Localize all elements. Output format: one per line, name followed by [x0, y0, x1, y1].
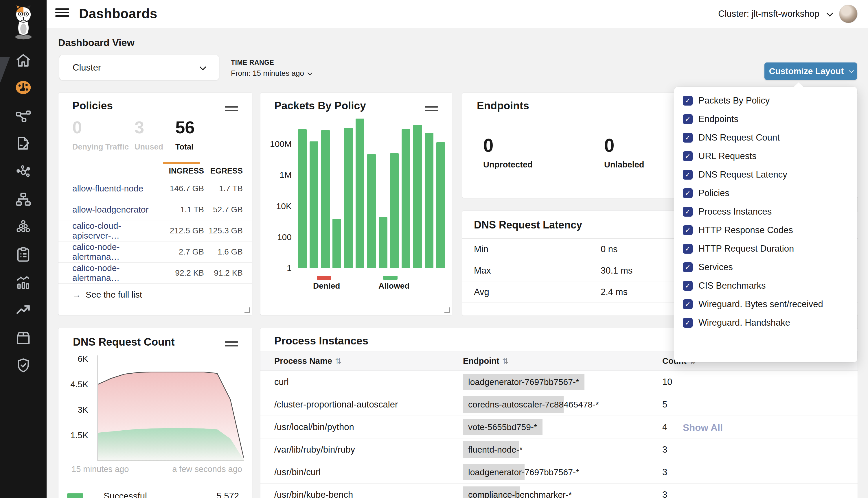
- process-endpoint: loadgenerator-7697bb7567-*: [463, 377, 662, 387]
- layout-menu-item[interactable]: ✓Process Instances: [674, 202, 857, 221]
- column-header-process-name[interactable]: Process Name⇅: [274, 356, 463, 366]
- layout-menu-item[interactable]: ✓Services: [674, 258, 857, 276]
- checkbox-checked-icon[interactable]: ✓: [683, 188, 693, 198]
- legend-swatch-allowed[interactable]: [383, 276, 398, 280]
- y-tick-label: 1.5K: [59, 430, 88, 441]
- latency-value: 0 ns: [601, 244, 618, 254]
- resize-handle[interactable]: [245, 307, 250, 313]
- checkbox-checked-icon[interactable]: ✓: [683, 281, 693, 291]
- checkbox-checked-icon[interactable]: ✓: [683, 299, 693, 309]
- legend-swatch-denied[interactable]: [317, 276, 331, 280]
- layout-menu-item[interactable]: ✓DNS Request Count: [674, 128, 857, 147]
- checkbox-checked-icon[interactable]: ✓: [683, 170, 693, 180]
- user-avatar[interactable]: [839, 5, 858, 23]
- sidebar-item-threat-graph[interactable]: [15, 163, 32, 180]
- checkbox-checked-icon[interactable]: ✓: [683, 244, 693, 254]
- sidebar-item-dashboards[interactable]: [15, 79, 32, 96]
- sidebar-item-service-graph[interactable]: [15, 107, 32, 124]
- sidebar-item-trends[interactable]: [15, 301, 32, 318]
- layout-menu-item[interactable]: ✓Wireguard. Handshake: [674, 314, 857, 332]
- dropdown-caret: [793, 82, 804, 87]
- policy-name-link[interactable]: calico-node-alertmana…: [72, 263, 166, 283]
- layout-menu-item[interactable]: ✓DNS Request Latency: [674, 166, 857, 184]
- checkbox-checked-icon[interactable]: ✓: [683, 262, 693, 272]
- checkbox-checked-icon[interactable]: ✓: [683, 318, 693, 328]
- sidebar-item-packages[interactable]: [15, 329, 32, 346]
- view-select[interactable]: Cluster: [59, 55, 219, 80]
- layout-menu-item[interactable]: ✓Wireguard. Bytes sent/received: [674, 295, 857, 314]
- sidebar-item-policies[interactable]: [15, 135, 32, 152]
- checkbox-checked-icon[interactable]: ✓: [683, 225, 693, 235]
- menu-icon[interactable]: [55, 9, 69, 19]
- sidebar-item-compliance[interactable]: [15, 246, 32, 263]
- time-range-value[interactable]: From: 15 minutes ago: [231, 69, 311, 78]
- see-full-list-link[interactable]: → See the full list: [59, 284, 252, 305]
- sort-icon: ⇅: [335, 357, 341, 366]
- bar-allowed: [310, 141, 318, 268]
- process-table-row: /usr/bin/kube-benchcompliance-benchmarke…: [260, 484, 858, 498]
- policies-stat-tab-denying-traffic[interactable]: 0Denying Traffic: [72, 119, 129, 152]
- layout-menu-item[interactable]: ✓CIS Benchmarks: [674, 276, 857, 295]
- process-name: /var/lib/ruby/bin/ruby: [274, 445, 463, 455]
- policy-ingress-value: 92.2 KB: [166, 268, 204, 278]
- layout-menu-item[interactable]: ✓URL Requests: [674, 147, 857, 166]
- checkbox-checked-icon[interactable]: ✓: [683, 96, 693, 106]
- y-tick-label: 100M: [263, 139, 292, 149]
- layout-menu-item-label: URL Requests: [698, 151, 756, 161]
- process-endpoint: loadgenerator-7697bb7567-*: [463, 467, 662, 477]
- layout-menu-item[interactable]: ✓Policies: [674, 184, 857, 202]
- sidebar-item-metrics[interactable]: [15, 274, 32, 291]
- policies-stat-tab-total[interactable]: 56Total: [175, 119, 195, 152]
- customize-layout-button[interactable]: Customize Layout: [764, 63, 857, 80]
- checkbox-checked-icon[interactable]: ✓: [683, 114, 693, 124]
- column-header-endpoint[interactable]: Endpoint⇅: [463, 356, 662, 366]
- resize-handle[interactable]: [444, 307, 450, 313]
- policies-stat-tab-unused[interactable]: 3Unused: [134, 119, 163, 152]
- process-count: 10: [662, 377, 858, 387]
- bar-allowed: [333, 219, 341, 268]
- process-name: curl: [274, 377, 463, 387]
- drag-handle-icon[interactable]: [425, 106, 438, 114]
- policy-egress-value: 1.6 GB: [204, 247, 243, 257]
- column-header-egress[interactable]: EGRESS: [204, 167, 243, 175]
- layout-menu-item[interactable]: ✓HTTP Request Duration: [674, 239, 857, 258]
- layout-menu-item[interactable]: ✓Endpoints: [674, 110, 857, 128]
- card-title: Policies: [72, 100, 113, 112]
- legend-row-successful[interactable]: Successful 5,572: [59, 489, 252, 498]
- show-all-link[interactable]: Show All: [683, 422, 723, 433]
- sidebar-item-security[interactable]: [15, 357, 32, 374]
- column-header-ingress[interactable]: INGRESS: [166, 167, 204, 175]
- process-table-row: /var/lib/ruby/bin/rubyfluentd-node-*3: [260, 438, 858, 461]
- chevron-down-icon[interactable]: [827, 10, 833, 17]
- drag-handle-icon[interactable]: [225, 106, 238, 114]
- checkbox-checked-icon[interactable]: ✓: [683, 133, 693, 143]
- latency-value: 2.4 ms: [601, 287, 627, 297]
- checkbox-checked-icon[interactable]: ✓: [683, 151, 693, 161]
- policy-name-link[interactable]: allow-fluentd-node: [72, 184, 166, 194]
- endpoint-highlight: loadgenerator-: [463, 464, 524, 480]
- policy-ingress-value: 2.7 GB: [166, 247, 204, 257]
- endpoint-highlight: coredns-autoscaler-7c88: [463, 396, 563, 413]
- policy-ingress-value: 146.7 GB: [166, 184, 204, 193]
- process-table-row: /usr/bin/curlloadgenerator-7697bb7567-*3: [260, 461, 858, 484]
- policy-name-link[interactable]: allow-loadgenerator: [72, 205, 166, 214]
- checkbox-checked-icon[interactable]: ✓: [683, 207, 693, 217]
- cluster-selector[interactable]: Cluster: jlt-msft-workshop: [718, 9, 819, 19]
- time-range: TIME RANGE From: 15 minutes ago: [231, 59, 311, 78]
- drag-handle-icon[interactable]: [225, 341, 238, 349]
- policy-egress-value: 91.2 KB: [204, 268, 243, 278]
- layout-menu-item[interactable]: ✓Packets By Policy: [674, 91, 857, 110]
- policy-name-link[interactable]: calico-cloud-apiserver-…: [72, 221, 166, 240]
- sidebar-item-home[interactable]: [15, 52, 32, 69]
- layout-menu-item[interactable]: ✓HTTP Response Codes: [674, 221, 857, 239]
- policy-name-link[interactable]: calico-node-alertmana…: [72, 242, 166, 262]
- legend-label-allowed[interactable]: Allowed: [378, 281, 410, 291]
- security-icon: [15, 357, 32, 374]
- sidebar-item-network[interactable]: [15, 191, 32, 208]
- bar-allowed: [402, 129, 410, 268]
- process-endpoint: fluentd-node-*: [463, 445, 662, 455]
- y-tick-label: 6K: [59, 354, 88, 364]
- legend-label-denied[interactable]: Denied: [313, 281, 340, 291]
- sidebar-item-clusters[interactable]: [15, 218, 32, 235]
- packets-by-policy-card: Packets By Policy 110010K1M100M Denied A…: [260, 93, 452, 315]
